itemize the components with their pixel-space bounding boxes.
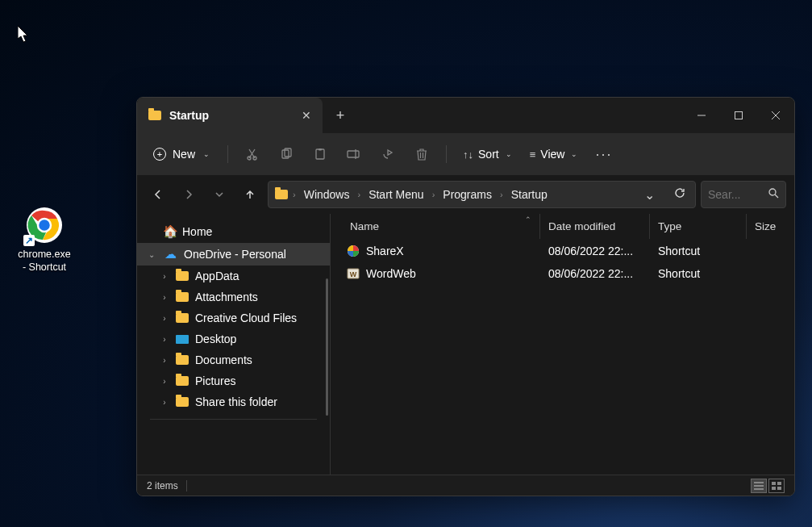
chevron-right-icon: › [432,190,435,199]
chevron-right-icon[interactable]: › [160,293,169,302]
column-headers: Name ⌃ Date modified Type Size [331,214,794,240]
chevron-right-icon[interactable]: › [160,314,169,323]
svg-rect-25 [772,487,776,490]
sidebar-scrollbar[interactable] [326,278,328,416]
breadcrumb[interactable]: Programs [439,186,495,203]
search-input[interactable] [708,188,764,201]
chevron-right-icon[interactable]: › [160,377,169,386]
sidebar-item-share-folder[interactable]: › Share this folder [137,391,330,412]
delete-button[interactable] [406,140,438,169]
minimize-button[interactable] [683,98,720,133]
forward-button[interactable] [176,182,202,207]
chevron-down-icon: ⌄ [571,150,577,158]
new-button[interactable]: + New ⌄ [144,143,219,165]
breadcrumb[interactable]: Windows [301,186,353,203]
file-type: Shortcut [650,267,747,280]
sidebar-item-label: Documents [195,353,252,366]
tab-startup[interactable]: Startup ✕ [137,98,323,133]
sidebar-item-appdata[interactable]: › AppData [137,266,330,287]
view-label: View [540,148,564,161]
close-tab-icon[interactable]: ✕ [300,109,313,122]
desktop-shortcut-chrome[interactable]: ↗ chrome.exe - Shortcut [12,206,77,274]
chevron-down-icon: ⌄ [506,150,512,158]
status-bar: 2 items [137,475,794,496]
back-button[interactable] [145,182,171,207]
sidebar-item-home[interactable]: › 🏠 Home [137,220,330,243]
sort-label: Sort [478,148,499,161]
plus-circle-icon: + [153,148,166,161]
recent-locations-button[interactable] [206,182,232,207]
file-name: ShareX [366,245,404,257]
sidebar-item-pictures[interactable]: › Pictures [137,370,330,391]
copy-button[interactable] [270,140,302,169]
column-header-name[interactable]: Name ⌃ [331,214,540,239]
shortcut-overlay-icon: ↗ [23,235,35,246]
titlebar: Startup ✕ + [137,98,794,133]
details-view-toggle[interactable] [751,479,767,493]
file-row[interactable]: W WordWeb 08/06/2022 22:... Shortcut [331,262,794,285]
file-date: 08/06/2022 22:... [540,267,650,280]
svg-rect-13 [348,151,359,157]
sort-indicator-icon: ⌃ [525,215,531,224]
sort-icon: ↑↓ [463,148,473,161]
sidebar-item-desktop[interactable]: › Desktop [137,328,330,349]
chevron-down-icon[interactable]: ⌄ [147,250,156,259]
desktop-icon [176,335,189,344]
cloud-icon: ☁ [163,247,177,261]
file-explorer-window: Startup ✕ + + New ⌄ [136,97,795,496]
folder-icon [148,111,161,120]
address-bar[interactable]: › Windows › Start Menu › Programs › Star… [268,181,696,208]
sidebar-item-label: Home [182,225,212,238]
sidebar-item-onedrive[interactable]: ⌄ ☁ OneDrive - Personal [137,243,330,266]
sidebar-item-creative-cloud[interactable]: › Creative Cloud Files [137,307,330,328]
chevron-right-icon[interactable]: › [160,335,169,344]
chevron-right-icon[interactable]: › [160,398,169,407]
close-window-button[interactable] [757,98,794,133]
column-header-size[interactable]: Size [747,214,794,239]
wordweb-icon: W [347,267,360,280]
more-button[interactable]: ··· [587,141,620,168]
file-row[interactable]: ShareX 08/06/2022 22:... Shortcut [331,240,794,262]
sort-button[interactable]: ↑↓ Sort ⌄ [455,143,520,165]
sidebar-item-label: Share this folder [195,395,277,408]
search-box[interactable] [701,181,786,208]
tab-title: Startup [169,109,292,122]
history-dropdown-icon[interactable]: ⌄ [639,187,660,203]
chevron-right-icon[interactable]: › [160,356,169,365]
share-button[interactable] [372,140,404,169]
svg-rect-11 [316,149,324,159]
new-tab-button[interactable]: + [323,98,358,133]
refresh-button[interactable] [669,187,690,202]
navigation-bar: › Windows › Start Menu › Programs › Star… [137,175,794,214]
search-icon [768,188,779,201]
sidebar-item-label: AppData [195,270,239,282]
desktop-icon-label: chrome.exe - Shortcut [18,248,70,274]
svg-rect-24 [777,482,781,485]
paste-button[interactable] [304,140,336,169]
folder-icon [176,271,189,281]
file-date: 08/06/2022 22:... [540,245,650,257]
cut-button[interactable] [236,140,269,169]
maximize-button[interactable] [720,98,757,133]
rename-button[interactable] [338,140,370,169]
folder-icon [176,397,189,407]
chevron-right-icon: › [500,190,503,199]
sidebar-item-documents[interactable]: › Documents [137,349,330,370]
column-header-date[interactable]: Date modified [540,214,650,239]
thumbnails-view-toggle[interactable] [768,479,785,493]
sidebar-item-label: OneDrive - Personal [184,248,286,261]
sidebar-item-label: Attachments [195,291,258,303]
up-button[interactable] [237,182,263,207]
breadcrumb[interactable]: Start Menu [365,186,427,203]
folder-icon [176,313,189,323]
navigation-pane: › 🏠 Home ⌄ ☁ OneDrive - Personal › AppDa… [137,214,331,475]
file-name: WordWeb [366,267,416,280]
svg-rect-12 [319,148,322,151]
breadcrumb[interactable]: Startup [508,186,551,203]
sidebar-item-attachments[interactable]: › Attachments [137,287,330,307]
status-item-count: 2 items [147,480,178,491]
svg-rect-26 [777,487,781,490]
column-header-type[interactable]: Type [650,214,747,239]
chevron-right-icon[interactable]: › [160,272,169,281]
view-button[interactable]: ≡ View ⌄ [522,143,586,165]
